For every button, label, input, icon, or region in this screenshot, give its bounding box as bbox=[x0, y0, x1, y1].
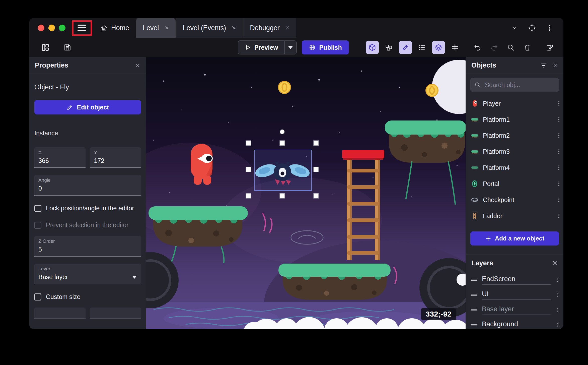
prevent-selection-checkbox[interactable] bbox=[34, 222, 41, 229]
layer-select-arrow-icon[interactable] bbox=[132, 276, 137, 279]
player-object[interactable] bbox=[191, 144, 213, 185]
custom-size-checkbox-row[interactable]: Custom size bbox=[34, 293, 141, 301]
object-item-menu-icon[interactable] bbox=[556, 100, 562, 106]
edit-canvas-icon[interactable] bbox=[543, 41, 556, 54]
filter-icon[interactable] bbox=[540, 62, 547, 69]
object-item-checkpoint[interactable]: Checkpoint bbox=[470, 192, 562, 208]
tab-debugger[interactable]: Debugger bbox=[243, 18, 296, 38]
undo-icon[interactable] bbox=[471, 41, 484, 54]
properties-panel: Properties Object - Fly Edit object Inst… bbox=[29, 57, 146, 329]
layer-row-ui[interactable]: UI bbox=[470, 287, 561, 302]
objects-search-box[interactable] bbox=[470, 78, 559, 92]
object-item-menu-icon[interactable] bbox=[556, 197, 562, 203]
layer-menu-icon[interactable] bbox=[555, 292, 561, 298]
tab-level-events-close-icon[interactable] bbox=[232, 26, 236, 30]
zoom-icon[interactable] bbox=[504, 41, 517, 54]
layer-menu-icon[interactable] bbox=[555, 277, 561, 283]
y-field-label: Y bbox=[94, 150, 137, 155]
layer-row-endscreen[interactable]: EndScreen bbox=[470, 272, 561, 287]
clipped-field[interactable] bbox=[34, 308, 86, 319]
object-item-menu-icon[interactable] bbox=[556, 116, 562, 123]
trash-icon[interactable] bbox=[521, 41, 534, 54]
redo-icon[interactable] bbox=[488, 41, 501, 54]
rotation-handle[interactable] bbox=[280, 130, 284, 134]
home-icon bbox=[101, 24, 108, 31]
tab-home[interactable]: Home bbox=[94, 18, 136, 38]
object-groups-icon[interactable] bbox=[382, 41, 395, 54]
grid-icon[interactable] bbox=[449, 41, 462, 54]
properties-close-icon[interactable] bbox=[135, 63, 140, 68]
layers-panel: Layers EndScreen UI bbox=[466, 255, 563, 329]
layer-menu-icon[interactable] bbox=[555, 307, 561, 313]
tab-level-events-label: Level (Events) bbox=[183, 24, 226, 32]
hamburger-menu-icon[interactable] bbox=[78, 25, 86, 31]
object-item-ladder[interactable]: Ladder bbox=[470, 208, 562, 224]
save-icon[interactable] bbox=[61, 41, 74, 54]
tab-debugger-close-icon[interactable] bbox=[285, 26, 290, 30]
tab-level[interactable]: Level bbox=[136, 18, 176, 38]
lock-position-checkbox[interactable] bbox=[34, 205, 41, 212]
layer-handle-icon[interactable] bbox=[470, 277, 478, 282]
layer-menu-icon[interactable] bbox=[555, 322, 561, 328]
panels-layout-icon[interactable] bbox=[39, 41, 52, 54]
coin-2[interactable] bbox=[426, 84, 438, 96]
edit-pencil-icon[interactable] bbox=[399, 41, 412, 54]
lock-position-checkbox-row[interactable]: Lock position/angle in the editor bbox=[34, 204, 141, 212]
minimize-window-button[interactable] bbox=[48, 25, 55, 31]
object-item-platform2[interactable]: Platform2 bbox=[470, 128, 562, 144]
object-item-platform3[interactable]: Platform3 bbox=[470, 144, 562, 160]
layers-close-icon[interactable] bbox=[552, 260, 558, 266]
layers-icon[interactable] bbox=[432, 41, 445, 54]
x-position-field[interactable]: X 366 bbox=[34, 147, 86, 168]
objects-search-input[interactable] bbox=[484, 81, 555, 89]
right-panel-column: Objects bbox=[466, 57, 563, 329]
preview-dropdown-button[interactable] bbox=[284, 41, 296, 54]
object-item-player[interactable]: Player bbox=[470, 95, 562, 111]
scene-canvas[interactable]: 332;-92 bbox=[146, 57, 466, 329]
globe-icon bbox=[309, 44, 316, 51]
z-order-field-value: 5 bbox=[38, 246, 137, 253]
3d-box-icon[interactable] bbox=[366, 41, 379, 54]
layer-handle-icon[interactable] bbox=[470, 323, 478, 328]
add-new-object-button[interactable]: Add a new object bbox=[470, 231, 559, 246]
y-position-field[interactable]: Y 172 bbox=[90, 147, 141, 168]
preview-button[interactable]: Preview bbox=[238, 40, 297, 54]
object-icon-platform bbox=[470, 116, 479, 123]
object-item-menu-icon[interactable] bbox=[556, 213, 562, 219]
custom-size-checkbox[interactable] bbox=[34, 293, 41, 300]
layer-row-base-layer[interactable]: Base layer bbox=[470, 302, 561, 318]
tab-level-events[interactable]: Level (Events) bbox=[176, 18, 243, 38]
layer-select-field[interactable]: Layer Base layer bbox=[34, 264, 141, 284]
object-item-menu-icon[interactable] bbox=[556, 133, 562, 139]
x-field-value: 366 bbox=[38, 157, 82, 164]
publish-button[interactable]: Publish bbox=[302, 40, 349, 54]
object-item-menu-icon[interactable] bbox=[556, 165, 562, 171]
close-window-button[interactable] bbox=[38, 25, 44, 31]
app-window: Home Level Level (Events) Debugger bbox=[29, 18, 563, 329]
object-item-portal[interactable]: Portal bbox=[470, 176, 562, 192]
z-order-field[interactable]: Z Order 5 bbox=[34, 236, 141, 257]
layer-handle-icon[interactable] bbox=[470, 292, 478, 297]
angle-field-value: 0 bbox=[38, 185, 137, 192]
kebab-menu-icon[interactable] bbox=[546, 24, 553, 32]
edit-object-button[interactable]: Edit object bbox=[34, 100, 141, 114]
layer-row-background[interactable]: Background bbox=[470, 318, 561, 329]
objects-close-icon[interactable] bbox=[552, 63, 558, 68]
coin-1[interactable] bbox=[278, 81, 290, 93]
layer-field-value: Base layer bbox=[38, 273, 68, 281]
extensions-puzzle-icon[interactable] bbox=[528, 24, 536, 32]
instances-list-icon[interactable] bbox=[415, 41, 428, 54]
home-tab-label: Home bbox=[111, 24, 129, 32]
object-item-platform1[interactable]: Platform1 bbox=[470, 111, 562, 128]
object-item-menu-icon[interactable] bbox=[556, 181, 562, 187]
chevron-down-icon[interactable] bbox=[511, 24, 518, 32]
zoom-window-button[interactable] bbox=[59, 25, 65, 31]
prevent-selection-checkbox-row[interactable]: Prevent selection in the editor bbox=[34, 221, 141, 229]
angle-field[interactable]: Angle 0 bbox=[34, 175, 141, 196]
object-item-platform4[interactable]: Platform4 bbox=[470, 160, 562, 176]
clipped-field[interactable] bbox=[90, 308, 141, 319]
tab-level-close-icon[interactable] bbox=[165, 26, 169, 30]
layer-handle-icon[interactable] bbox=[470, 308, 478, 313]
object-item-menu-icon[interactable] bbox=[556, 149, 562, 155]
platform-bottom-center[interactable] bbox=[278, 264, 391, 300]
